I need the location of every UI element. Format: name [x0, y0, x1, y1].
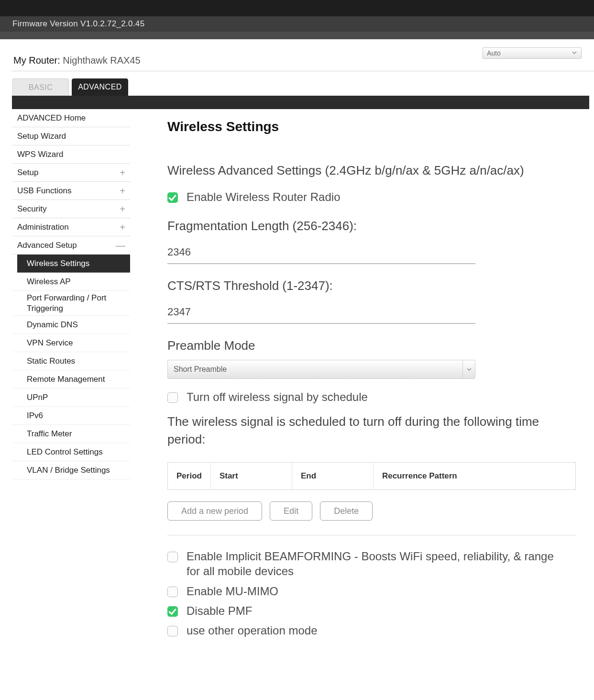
sidebar-advsetup-label: Advanced Setup	[17, 241, 77, 250]
cts-input[interactable]	[167, 303, 475, 324]
fragmentation-label: Fragmentation Length (256-2346):	[167, 219, 578, 233]
chevron-down-icon	[572, 49, 577, 57]
plus-icon: +	[120, 186, 125, 196]
opmode-row: use other operation mode	[167, 623, 578, 638]
sidebar-sub-upnp[interactable]: UPnP	[12, 389, 130, 407]
header: My Router: Nighthawk RAX45 Auto	[0, 39, 594, 71]
beamforming-checkbox[interactable]	[167, 552, 178, 562]
sidebar-sub-ipv6[interactable]: IPv6	[12, 407, 130, 425]
minus-icon: —	[116, 241, 125, 250]
col-recurrence: Recurrence Pattern	[373, 463, 575, 490]
cts-label: CTS/RTS Threshold (1-2347):	[167, 278, 578, 293]
preamble-label: Preamble Mode	[167, 338, 578, 353]
col-period: Period	[168, 463, 211, 490]
schedule-button-row: Add a new period Edit Delete	[167, 501, 578, 521]
sidebar-sub-port-forwarding[interactable]: Port Forwarding / Port Triggering	[12, 291, 130, 316]
top-bar	[0, 0, 594, 16]
section-header: Wireless Advanced Settings (2.4GHz b/g/n…	[167, 163, 578, 178]
tab-band	[12, 96, 589, 109]
sidebar-usb-functions[interactable]: USB Functions +	[12, 182, 130, 200]
col-end: End	[292, 463, 373, 490]
sidebar-sub-led-control[interactable]: LED Control Settings	[12, 443, 130, 461]
opmode-label: use other operation mode	[187, 623, 318, 638]
sidebar-sub-vpn-service[interactable]: VPN Service	[12, 334, 130, 352]
add-period-button[interactable]: Add a new period	[167, 501, 262, 521]
tab-advanced[interactable]: ADVANCED	[72, 78, 128, 96]
main-pane: Wireless Settings Wireless Advanced Sett…	[167, 109, 578, 643]
schedule-table: Period Start End Recurrence Pattern	[167, 462, 576, 490]
sidebar-sub-vlan-bridge[interactable]: VLAN / Bridge Settings	[12, 461, 130, 479]
fragmentation-input[interactable]	[167, 243, 475, 264]
opmode-checkbox[interactable]	[167, 626, 178, 636]
sidebar-setup-wizard[interactable]: Setup Wizard	[12, 127, 130, 145]
divider	[167, 535, 576, 535]
sidebar-admin-label: Administration	[17, 222, 69, 232]
pmf-row: Disable PMF	[167, 603, 578, 618]
pmf-checkbox[interactable]	[167, 606, 178, 617]
table-header-row: Period Start End Recurrence Pattern	[168, 463, 576, 490]
beamforming-label: Enable Implicit BEAMFORMING - Boosts WiF…	[187, 549, 569, 578]
enable-radio-label: Enable Wireless Router Radio	[187, 189, 340, 204]
sidebar-advanced-home[interactable]: ADVANCED Home	[12, 109, 130, 127]
language-select-value: Auto	[487, 49, 501, 57]
sidebar-sub-traffic-meter[interactable]: Traffic Meter	[12, 425, 130, 443]
sidebar-wps-wizard[interactable]: WPS Wizard	[12, 145, 130, 164]
header-gap	[0, 32, 594, 39]
schedule-off-label: Turn off wireless signal by schedule	[187, 389, 368, 404]
sidebar-usb-label: USB Functions	[17, 186, 71, 196]
sidebar-setup-label: Setup	[17, 168, 38, 178]
sidebar-security[interactable]: Security +	[12, 200, 130, 218]
mumimo-label: Enable MU-MIMO	[187, 584, 278, 599]
sidebar: ADVANCED Home Setup Wizard WPS Wizard Se…	[12, 109, 130, 479]
sidebar-sub-wireless-settings[interactable]: Wireless Settings	[17, 255, 130, 273]
sidebar-sub-dynamic-dns[interactable]: Dynamic DNS	[12, 316, 130, 334]
my-router-line: My Router: Nighthawk RAX45	[13, 55, 141, 66]
language-select[interactable]: Auto	[483, 47, 582, 59]
sidebar-advanced-submenu: Wireless Settings Wireless AP Port Forwa…	[12, 255, 130, 479]
preamble-select-value: Short Preamble	[174, 365, 227, 374]
my-router-label: My Router:	[13, 55, 60, 66]
sidebar-sub-remote-management[interactable]: Remote Management	[12, 370, 130, 389]
preamble-select[interactable]: Short Preamble	[167, 360, 475, 379]
schedule-description: The wireless signal is scheduled to turn…	[167, 413, 574, 448]
mumimo-checkbox[interactable]	[167, 587, 178, 597]
header-divider	[11, 71, 594, 71]
enable-radio-checkbox[interactable]	[167, 192, 178, 203]
sidebar-administration[interactable]: Administration +	[12, 218, 130, 236]
beamforming-row: Enable Implicit BEAMFORMING - Boosts WiF…	[167, 549, 578, 578]
sidebar-advanced-setup[interactable]: Advanced Setup —	[12, 236, 130, 255]
sidebar-sub-static-routes[interactable]: Static Routes	[12, 352, 130, 370]
plus-icon: +	[120, 222, 125, 232]
page-title: Wireless Settings	[167, 119, 578, 134]
plus-icon: +	[120, 204, 125, 214]
delete-button[interactable]: Delete	[320, 501, 373, 521]
router-model: Nighthawk RAX45	[60, 55, 141, 66]
enable-radio-row: Enable Wireless Router Radio	[167, 189, 578, 204]
sidebar-setup[interactable]: Setup +	[12, 164, 130, 182]
sidebar-sub-wireless-ap[interactable]: Wireless AP	[12, 273, 130, 291]
firmware-version-bar: Firmware Version V1.0.2.72_2.0.45	[0, 16, 594, 32]
pmf-label: Disable PMF	[187, 603, 252, 618]
tab-strip: BASIC ADVANCED	[12, 78, 128, 97]
schedule-off-checkbox[interactable]	[167, 392, 178, 403]
tab-basic[interactable]: BASIC	[12, 78, 69, 96]
chevron-down-icon	[462, 360, 475, 378]
edit-button[interactable]: Edit	[270, 501, 312, 521]
mumimo-row: Enable MU-MIMO	[167, 584, 578, 599]
sidebar-security-label: Security	[17, 204, 46, 214]
col-start: Start	[210, 463, 292, 490]
schedule-off-row: Turn off wireless signal by schedule	[167, 389, 578, 404]
plus-icon: +	[120, 168, 125, 178]
